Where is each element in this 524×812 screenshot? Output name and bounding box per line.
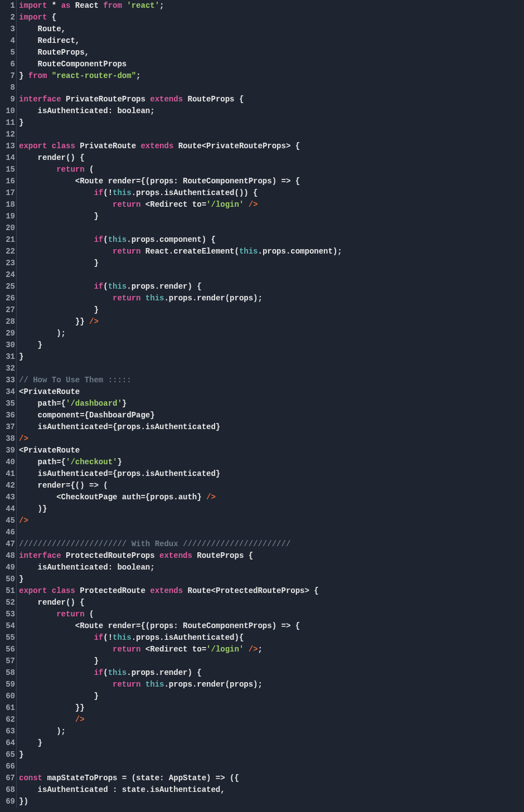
line-number: 32: [0, 363, 15, 375]
code-line[interactable]: [19, 269, 342, 281]
code-line[interactable]: RouteProps,: [19, 47, 342, 59]
line-number: 6: [0, 59, 15, 70]
line-number: 41: [0, 468, 15, 480]
line-number: 45: [0, 515, 15, 527]
code-line[interactable]: // How To Use Them :::::: [19, 375, 342, 386]
line-number: 44: [0, 503, 15, 515]
code-line[interactable]: import {: [19, 12, 342, 23]
code-line[interactable]: export class PrivateRoute extends Route<…: [19, 140, 342, 152]
code-line[interactable]: if(this.props.component) {: [19, 234, 342, 246]
line-number: 31: [0, 351, 15, 363]
code-line[interactable]: [19, 363, 342, 375]
code-line[interactable]: if(!this.props.isAuthenticated()) {: [19, 187, 342, 199]
line-number: 65: [0, 749, 15, 761]
code-line[interactable]: Route,: [19, 23, 342, 35]
code-line[interactable]: isAuthenticated: boolean;: [19, 562, 342, 573]
code-line[interactable]: path={'/dashboard'}: [19, 398, 342, 410]
code-line[interactable]: )}: [19, 503, 342, 515]
code-line[interactable]: Redirect,: [19, 35, 342, 47]
code-line[interactable]: isAuthenticated : state.isAuthenticated,: [19, 784, 342, 796]
code-line[interactable]: }: [19, 117, 342, 129]
line-number: 33: [0, 375, 15, 386]
line-number: 22: [0, 246, 15, 257]
code-line[interactable]: render() {: [19, 597, 342, 609]
code-line[interactable]: <PrivateRoute: [19, 445, 342, 456]
line-number: 42: [0, 480, 15, 492]
code-line[interactable]: render() {: [19, 152, 342, 164]
line-number: 68: [0, 784, 15, 796]
line-number: 11: [0, 117, 15, 129]
line-number-gutter: 1234567891011121314151617181920212223242…: [0, 0, 17, 808]
code-line[interactable]: />: [19, 433, 342, 445]
code-line[interactable]: render={() => (: [19, 480, 342, 492]
line-number: 47: [0, 538, 15, 550]
code-line[interactable]: return this.props.render(props);: [19, 293, 342, 304]
code-content[interactable]: import * as React from 'react';import { …: [17, 0, 342, 808]
code-line[interactable]: isAuthenticated: boolean;: [19, 105, 342, 117]
code-line[interactable]: return <Redirect to='/login' />: [19, 199, 342, 211]
code-line[interactable]: }: [19, 339, 342, 351]
code-line[interactable]: isAuthenticated={props.isAuthenticated}: [19, 468, 342, 480]
code-line[interactable]: <Route render={(props: RouteComponentPro…: [19, 176, 342, 187]
code-line[interactable]: );: [19, 328, 342, 339]
code-line[interactable]: component={DashboardPage}: [19, 410, 342, 421]
line-number: 1: [0, 0, 15, 12]
code-line[interactable]: }: [19, 351, 342, 363]
code-line[interactable]: export class ProtectedRoute extends Rout…: [19, 585, 342, 597]
code-line[interactable]: return this.props.render(props);: [19, 679, 342, 691]
code-line[interactable]: }: [19, 211, 342, 222]
code-line[interactable]: }: [19, 749, 342, 761]
code-line[interactable]: />: [19, 515, 342, 527]
code-line[interactable]: [19, 761, 342, 772]
code-line[interactable]: interface ProtectedRouteProps extends Ro…: [19, 550, 342, 562]
line-number: 18: [0, 199, 15, 211]
code-line[interactable]: }: [19, 304, 342, 316]
code-line[interactable]: <Route render={(props: RouteComponentPro…: [19, 620, 342, 632]
line-number: 58: [0, 667, 15, 679]
line-number: 54: [0, 620, 15, 632]
line-number: 7: [0, 70, 15, 82]
code-line[interactable]: }: [19, 573, 342, 585]
code-line[interactable]: }}: [19, 702, 342, 714]
code-line[interactable]: return <Redirect to='/login' />;: [19, 644, 342, 655]
line-number: 14: [0, 152, 15, 164]
line-number: 51: [0, 585, 15, 597]
code-line[interactable]: }: [19, 737, 342, 749]
code-line[interactable]: }: [19, 257, 342, 269]
code-line[interactable]: />: [19, 714, 342, 726]
code-editor[interactable]: 1234567891011121314151617181920212223242…: [0, 0, 524, 808]
code-line[interactable]: [19, 222, 342, 234]
line-number: 5: [0, 47, 15, 59]
code-line[interactable]: interface PrivateRouteProps extends Rout…: [19, 94, 342, 105]
code-line[interactable]: }} />: [19, 316, 342, 328]
code-line[interactable]: }): [19, 796, 342, 808]
code-line[interactable]: /////////////////////// With Redux /////…: [19, 538, 342, 550]
code-line[interactable]: [19, 527, 342, 538]
code-line[interactable]: }: [19, 655, 342, 667]
line-number: 24: [0, 269, 15, 281]
code-line[interactable]: if(this.props.render) {: [19, 667, 342, 679]
code-line[interactable]: RouteComponentProps: [19, 59, 342, 70]
code-line[interactable]: const mapStateToProps = (state: AppState…: [19, 772, 342, 784]
code-line[interactable]: <CheckoutPage auth={props.auth} />: [19, 492, 342, 503]
line-number: 30: [0, 339, 15, 351]
code-line[interactable]: }: [19, 691, 342, 702]
code-line[interactable]: if(!this.props.isAuthenticated){: [19, 632, 342, 644]
code-line[interactable]: <PrivateRoute: [19, 386, 342, 398]
line-number: 2: [0, 12, 15, 23]
line-number: 35: [0, 398, 15, 410]
code-line[interactable]: import * as React from 'react';: [19, 0, 342, 12]
line-number: 8: [0, 82, 15, 94]
code-line[interactable]: return (: [19, 164, 342, 176]
code-line[interactable]: return React.createElement(this.props.co…: [19, 246, 342, 257]
code-line[interactable]: [19, 129, 342, 140]
code-line[interactable]: return (: [19, 609, 342, 620]
line-number: 40: [0, 456, 15, 468]
code-line[interactable]: [19, 82, 342, 94]
code-line[interactable]: if(this.props.render) {: [19, 281, 342, 293]
code-line[interactable]: } from "react-router-dom";: [19, 70, 342, 82]
code-line[interactable]: isAuthenticated={props.isAuthenticated}: [19, 421, 342, 433]
code-line[interactable]: path={'/checkout'}: [19, 456, 342, 468]
line-number: 3: [0, 23, 15, 35]
code-line[interactable]: );: [19, 726, 342, 737]
